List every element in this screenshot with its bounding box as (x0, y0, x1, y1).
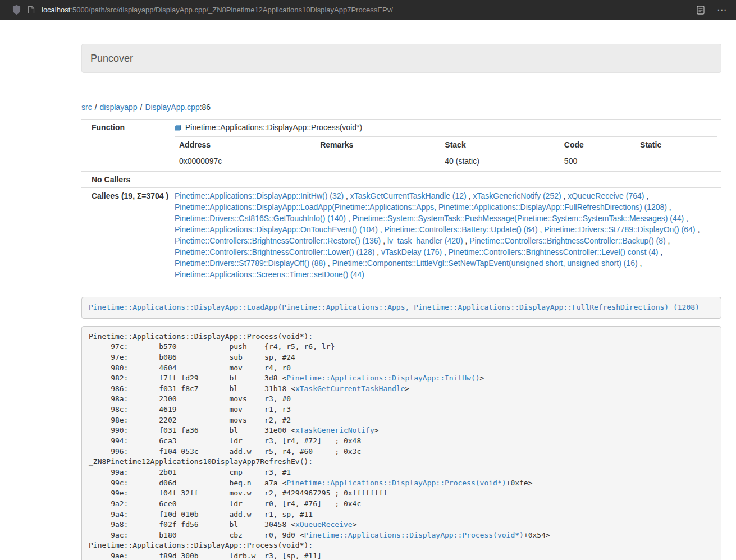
divider (81, 90, 721, 90)
table-row: No Callers (81, 172, 721, 188)
callee-link[interactable]: vTaskDelay (176) (381, 247, 442, 256)
breadcrumb-separator: / (140, 103, 143, 112)
address-value: 0x0000097c (175, 153, 316, 169)
static-value (636, 153, 717, 169)
no-callers-label: No Callers (81, 172, 170, 188)
brand-link[interactable]: Puncover (90, 53, 133, 65)
disassembly: Pinetime::Applications::DisplayApp::Proc… (81, 326, 721, 560)
browser-chrome: localhost:5000/path/src/displayapp/Displ… (0, 0, 736, 20)
callee-link[interactable]: xTaskGetCurrentTaskHandle (12) (350, 191, 467, 200)
function-name: Pinetime::Applications::DisplayApp::Proc… (185, 122, 362, 133)
disassembly-symbol-link[interactable]: xTaskGetCurrentTaskHandle (295, 384, 405, 393)
breadcrumb-line-number: :86 (200, 103, 211, 112)
navbar: Puncover (81, 44, 721, 73)
symbol-table: Function Pinetime::Applications::Display… (81, 119, 721, 282)
table-row: Function Pinetime::Applications::Display… (81, 120, 721, 172)
page-icon (28, 6, 35, 14)
callee-link[interactable]: lv_task_handler (420) (387, 236, 463, 245)
breadcrumb-item-src[interactable]: src (81, 103, 92, 112)
disassembly-symbol-link[interactable]: xTaskGenericNotify (295, 426, 374, 434)
callee-link[interactable]: xQueueReceive (764) (568, 191, 644, 200)
snippet-link[interactable]: Pinetime::Applications::DisplayApp::Load… (89, 303, 700, 311)
col-code: Code (560, 137, 636, 153)
stack-value: 40 (static) (440, 153, 560, 169)
callee-link[interactable]: Pinetime::Drivers::St7789::DisplayOff() … (175, 259, 326, 268)
col-static: Static (636, 137, 717, 153)
callee-link[interactable]: Pinetime::System::SystemTask::PushMessag… (353, 214, 684, 223)
col-stack: Stack (440, 137, 560, 153)
breadcrumb-item-file[interactable]: DisplayApp.cpp (145, 103, 199, 112)
table-row: Callees (19, Σ=3704 ) Pinetime::Applicat… (81, 188, 721, 283)
callee-link[interactable]: Pinetime::Controllers::BrightnessControl… (175, 236, 381, 245)
function-stats-table: Address Remarks Stack Code Static 0x0000… (175, 136, 717, 169)
callees-list: Pinetime::Applications::DisplayApp::Init… (170, 188, 721, 283)
callee-link[interactable]: Pinetime::Drivers::Cst816S::GetTouchInfo… (175, 214, 346, 223)
shield-icon[interactable] (12, 5, 21, 15)
function-name-line: Pinetime::Applications::DisplayApp::Proc… (175, 122, 717, 133)
function-icon (175, 124, 182, 131)
url-bar[interactable]: localhost:5000/path/src/displayapp/Displ… (42, 6, 393, 14)
disassembly-symbol-link[interactable]: Pinetime::Applications::DisplayApp::Proc… (304, 531, 524, 539)
callee-link[interactable]: Pinetime::Controllers::BrightnessControl… (175, 247, 374, 256)
table-row: 0x0000097c 40 (static) 500 (175, 153, 717, 169)
disassembly-symbol-link[interactable]: xQueueReceive (295, 520, 353, 529)
breadcrumb-item-displayapp[interactable]: displayapp (100, 103, 138, 112)
symbol-snippet: Pinetime::Applications::DisplayApp::Load… (81, 297, 721, 319)
url-path: :5000/path/src/displayapp/DisplayApp.cpp… (70, 6, 393, 14)
col-address: Address (175, 137, 316, 153)
callee-link[interactable]: xTaskGenericNotify (252) (473, 191, 561, 200)
table-header-row: Address Remarks Stack Code Static (175, 137, 717, 153)
callee-link[interactable]: Pinetime::Components::LittleVgl::SetNewT… (332, 259, 638, 268)
col-remarks: Remarks (316, 137, 440, 153)
url-host: localhost (42, 6, 70, 14)
more-icon[interactable]: ⋯ (716, 5, 728, 15)
callee-link[interactable]: Pinetime::Applications::DisplayApp::Init… (175, 191, 344, 200)
breadcrumb: src/displayapp/DisplayApp.cpp:86 (81, 102, 721, 113)
function-row-label: Function (81, 120, 170, 172)
remarks-value (316, 153, 440, 169)
callee-link[interactable]: Pinetime::Drivers::St7789::DisplayOn() (… (544, 225, 695, 234)
breadcrumb-separator: / (95, 103, 97, 112)
disassembly-symbol-link[interactable]: Pinetime::Applications::DisplayApp::Proc… (286, 479, 506, 487)
callee-link[interactable]: Pinetime::Controllers::Battery::Update()… (385, 225, 538, 234)
main-content: Puncover src/displayapp/DisplayApp.cpp:8… (81, 44, 721, 560)
callee-link[interactable]: Pinetime::Controllers::BrightnessControl… (469, 236, 665, 245)
disassembly-symbol-link[interactable]: Pinetime::Applications::DisplayApp::Init… (286, 374, 479, 382)
code-value: 500 (560, 153, 636, 169)
callee-link[interactable]: Pinetime::Applications::DisplayApp::OnTo… (175, 225, 378, 234)
callee-link[interactable]: Pinetime::Controllers::BrightnessControl… (449, 247, 658, 256)
callee-link[interactable]: Pinetime::Applications::Screens::Timer::… (175, 270, 364, 279)
reader-icon[interactable] (697, 6, 705, 15)
callees-label: Callees (19, Σ=3704 ) (81, 188, 170, 283)
callee-link[interactable]: Pinetime::Applications::DisplayApp::Load… (175, 203, 667, 212)
